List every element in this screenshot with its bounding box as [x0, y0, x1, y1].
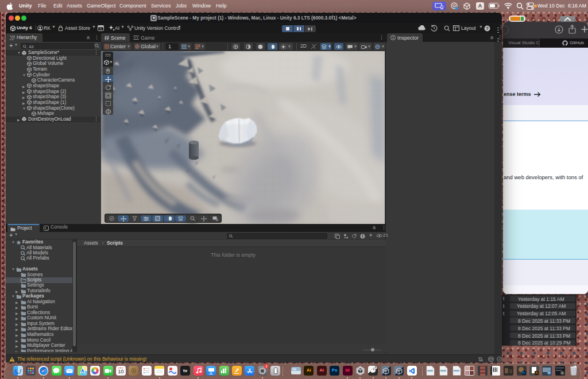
- svg-text:?: ?: [486, 26, 489, 31]
